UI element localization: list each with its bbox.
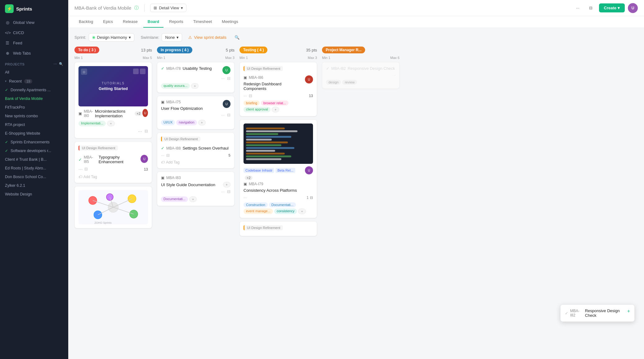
i75-dots-icon[interactable]: ··· bbox=[221, 113, 225, 117]
i78-dots-icon[interactable]: ··· bbox=[221, 76, 225, 81]
tab-meetings[interactable]: Meetings bbox=[217, 16, 243, 28]
tag-implementati[interactable]: Implementati... bbox=[78, 121, 106, 126]
card-mba-i78[interactable]: ✓ MBA-I78 Usability Testing U ··· ⊟ qual… bbox=[157, 62, 235, 93]
sidebar-project-eshopping[interactable]: E-Shopping Website bbox=[0, 129, 68, 138]
i83-plus[interactable]: + bbox=[223, 182, 230, 187]
board-area: Sprint: ◉ Design Harmony ▾ Swimlane: Non… bbox=[68, 28, 644, 359]
sidebar-project-client-trust[interactable]: Client # Trust Bank | B... bbox=[0, 155, 68, 164]
sidebar-project-website-design[interactable]: Website Design bbox=[0, 190, 68, 199]
sidebar-project-rta[interactable]: RTA project bbox=[0, 120, 68, 129]
tag-consistency[interactable]: consistency bbox=[274, 209, 297, 214]
tab-backlog[interactable]: Backlog bbox=[74, 16, 97, 28]
tag-briefing[interactable]: briefing bbox=[244, 101, 260, 105]
sidebar-item-cicd[interactable]: </> CI/CD bbox=[0, 28, 68, 38]
recent-collapse-icon: ▾ bbox=[5, 79, 7, 83]
view-sprint-details-button[interactable]: ⚠ View sprint details bbox=[188, 35, 226, 40]
board-search-button[interactable]: 🔍 bbox=[233, 33, 241, 42]
board-toolbar: Sprint: ◉ Design Harmony ▾ Swimlane: Non… bbox=[74, 33, 638, 42]
card-mba-i75[interactable]: ▣ MBA-I75 User Flow Optimization U ··· ⊟… bbox=[157, 96, 235, 129]
card-mba-i85[interactable]: UI Design Refinement ✓ MBA-I85 Typograph… bbox=[74, 141, 152, 183]
card-mba-i83[interactable]: ▣ MBA-I83 UI Style Guide Documentation +… bbox=[157, 172, 235, 206]
tab-timesheet[interactable]: Timesheet bbox=[189, 16, 216, 28]
tag-add-i83[interactable]: + bbox=[189, 196, 197, 202]
add-tag-i88[interactable]: 🏷 Add Tag bbox=[161, 160, 230, 164]
software-dev-label: Software developers r... bbox=[11, 149, 51, 153]
sidebar-project-zylker[interactable]: Zylker 6.2.1 bbox=[0, 181, 68, 190]
tag-client-approval[interactable]: client approval bbox=[244, 107, 271, 112]
sidebar-item-web-tabs[interactable]: ⊕ Web Tabs bbox=[0, 48, 68, 58]
projects-search-icon[interactable]: 🔍 bbox=[59, 62, 64, 66]
i86-dots-icon[interactable]: ··· bbox=[244, 93, 247, 98]
card-mba-i82-faded[interactable]: ✓ MBA-I82 Responsive Design Check ··· de… bbox=[322, 62, 400, 89]
tag-add-i75[interactable]: + bbox=[198, 120, 206, 125]
projects-more-icon[interactable]: ··· bbox=[54, 62, 57, 66]
card-i86-id: MBA-I86 bbox=[249, 75, 263, 80]
tag-add-i86[interactable]: + bbox=[272, 107, 279, 112]
create-button[interactable]: Create ▾ bbox=[599, 3, 625, 12]
card-mba-i86[interactable]: UI Design Refinement ▣ MBA-I86 Redesign … bbox=[239, 62, 317, 116]
tag-documentati-i79[interactable]: Documentati... bbox=[269, 202, 296, 207]
user-avatar[interactable]: U bbox=[628, 3, 638, 13]
todo-cards: TUTORIALS Getting Started ◇ bbox=[74, 62, 152, 228]
tab-reports[interactable]: Reports bbox=[165, 16, 188, 28]
projects-actions: ··· 🔍 bbox=[54, 62, 63, 66]
sidebar-project-new-sprints[interactable]: New sprints combo bbox=[0, 112, 68, 120]
tag-uiux[interactable]: UI/UX bbox=[161, 120, 175, 125]
tab-board[interactable]: Board bbox=[143, 16, 164, 28]
card-i86-tags: briefing browser relat... client approva… bbox=[244, 101, 313, 112]
add-tag-i85[interactable]: 🏷 Add Tag bbox=[78, 175, 148, 179]
sidebar-project-bank-verdia[interactable]: Bank of Verdia Mobile bbox=[0, 94, 68, 103]
tag-quality-assura[interactable]: quality assura... bbox=[161, 83, 190, 89]
tag-add-i79[interactable]: + bbox=[298, 209, 306, 214]
filter-button[interactable]: ⊟ bbox=[586, 3, 596, 13]
i79-dots-icon[interactable]: ··· bbox=[244, 195, 247, 200]
view-sprint-label: View sprint details bbox=[194, 35, 226, 40]
tag-event-manage[interactable]: event manage... bbox=[244, 209, 273, 214]
swimlane-dropdown[interactable]: None ▾ bbox=[162, 33, 182, 42]
sidebar-project-fittrack[interactable]: FitTrackPro bbox=[0, 103, 68, 112]
card-mba-i88[interactable]: UI Design Refinement ✓ MBA-I88 Settings … bbox=[157, 132, 235, 168]
tag-documentati[interactable]: Documentati... bbox=[161, 196, 188, 202]
card-i86-footer: ··· ⊟ 13 bbox=[244, 93, 313, 98]
sidebar-project-all[interactable]: All bbox=[0, 68, 68, 77]
detail-view-button[interactable]: ⊞ Detail View ▾ bbox=[150, 4, 186, 12]
sidebar-project-ed-roots[interactable]: Ed Roots | Study Abro... bbox=[0, 164, 68, 173]
card-i80-id: MBA-I80 bbox=[84, 109, 93, 118]
sidebar-project-software-dev[interactable]: ✓ Software developers r... bbox=[0, 146, 68, 155]
i88-dots-icon[interactable]: ··· bbox=[161, 153, 164, 158]
tag-add-i78[interactable]: + bbox=[191, 83, 199, 89]
sidebar-item-feed[interactable]: ☰ Feed bbox=[0, 38, 68, 48]
tab-epics[interactable]: Epics bbox=[99, 16, 117, 28]
floating-card-plus-icon[interactable]: + bbox=[627, 308, 630, 314]
sidebar-project-sprints-enhancements[interactable]: ✓ Sprints Enhancements bbox=[0, 138, 68, 146]
sidebar-item-global-view[interactable]: ◎ Global View bbox=[0, 17, 68, 28]
swimlane-chevron-icon: ▾ bbox=[177, 35, 179, 40]
sidebar-project-don-bosco[interactable]: Don Bosco School Co... bbox=[0, 173, 68, 181]
card-i75-id: MBA-I75 bbox=[166, 100, 181, 104]
tab-release[interactable]: Release bbox=[119, 16, 142, 28]
i78-subtask-icon: ⊟ bbox=[227, 76, 230, 81]
tag-review[interactable]: review bbox=[342, 80, 357, 85]
tag-construction[interactable]: Construction bbox=[244, 202, 268, 207]
todo-min: Min 1 bbox=[74, 56, 83, 60]
tag-browser[interactable]: browser relat... bbox=[261, 101, 288, 105]
tag-design[interactable]: design bbox=[326, 80, 341, 85]
card-mba-i80[interactable]: TUTORIALS Getting Started ◇ bbox=[74, 62, 152, 138]
sidebar-recent[interactable]: ▾ Recent 19 bbox=[0, 77, 68, 86]
more-options-button[interactable]: ··· bbox=[573, 3, 583, 13]
column-inprogress: In progress ( 4 ) 5 pts Min 1 Max 3 ✓ MB… bbox=[157, 47, 235, 236]
i80-dots-icon[interactable]: ··· bbox=[138, 129, 142, 134]
floating-card[interactable]: ✓ MBA-I82 Responsive Design Check + bbox=[560, 304, 635, 322]
card-diagram[interactable]: ZOHO Sprints bbox=[74, 186, 152, 228]
i83-dots-icon[interactable]: ··· bbox=[221, 189, 225, 194]
card-ui-design-partial[interactable]: UI Design Refinement bbox=[239, 221, 317, 236]
i85-dots-icon[interactable]: ··· bbox=[78, 167, 83, 172]
project-info-icon[interactable]: ⓘ bbox=[134, 5, 139, 11]
tag-add-button[interactable]: + bbox=[107, 121, 114, 126]
tag-navigation[interactable]: navigation bbox=[176, 120, 197, 125]
sidebar-logo[interactable]: ⚡ Sprints bbox=[0, 0, 68, 17]
sidebar-project-donnelly[interactable]: ✓ Donnelly Apartments ... bbox=[0, 86, 68, 94]
i88-subtask-icon: ⊟ bbox=[166, 153, 170, 158]
sprint-dropdown[interactable]: ◉ Design Harmony ▾ bbox=[89, 33, 135, 42]
card-mba-i79[interactable]: Codebase Infrastr Beta Rel... U +2 ▣ MBA… bbox=[239, 119, 317, 218]
